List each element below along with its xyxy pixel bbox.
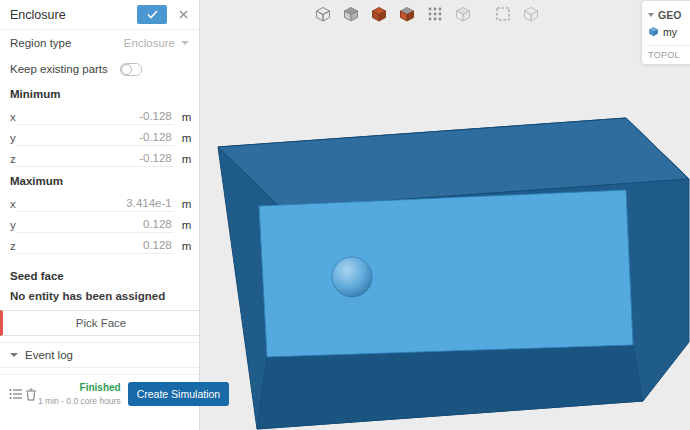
keep-existing-toggle[interactable]	[120, 63, 142, 76]
lattice-icon[interactable]	[424, 3, 446, 25]
region-type-value: Enclosure	[124, 37, 175, 49]
trash-icon	[25, 388, 37, 401]
tree-header-label: GEO	[658, 9, 681, 21]
box-select-icon[interactable]	[492, 3, 514, 25]
close-button[interactable]	[175, 7, 191, 23]
close-icon	[179, 10, 188, 19]
chevron-down-icon	[648, 13, 654, 17]
max-x-input[interactable]	[16, 195, 174, 212]
create-simulation-button[interactable]: Create Simulation	[128, 382, 229, 406]
list-icon	[9, 388, 23, 400]
enclosure-settings-panel: Enclosure Region type Enclosure Keep e	[0, 0, 200, 430]
toggle-knob	[121, 64, 132, 75]
box-shaded-icon[interactable]	[340, 3, 362, 25]
min-x-row: x m	[0, 106, 199, 127]
min-y-row: y m	[0, 127, 199, 148]
region-type-row: Region type Enclosure	[0, 30, 199, 56]
max-x-row: x m	[0, 193, 199, 214]
enclosure-box-floor[interactable]	[257, 345, 643, 429]
chevron-down-icon	[181, 41, 189, 45]
minimum-section-header: Minimum	[0, 82, 199, 106]
box-ghost-icon[interactable]	[520, 3, 542, 25]
chevron-down-icon	[10, 353, 18, 357]
seed-face-empty-text: No entity has been assigned	[0, 288, 199, 310]
run-status: Finished 1 min - 0.0 core hours	[38, 381, 121, 407]
page-title: Enclosure	[10, 8, 137, 22]
min-z-row: z m	[0, 148, 199, 169]
box-active-icon[interactable]	[368, 3, 390, 25]
seed-face-section-header: Seed face	[0, 264, 199, 288]
keep-existing-row: Keep existing parts	[0, 56, 199, 82]
status-meta: 1 min - 0.0 core hours	[38, 396, 121, 406]
tree-node-geometry[interactable]: GEO	[648, 6, 690, 23]
tree-item-label: my	[663, 26, 677, 38]
max-z-unit: m	[182, 240, 192, 252]
box-outline-icon[interactable]	[312, 3, 334, 25]
cube-icon	[648, 26, 659, 37]
maximum-section-header: Maximum	[0, 169, 199, 193]
status-badge: Finished	[80, 382, 121, 393]
application-window: Enclosure Region type Enclosure Keep e	[0, 0, 690, 430]
max-z-input[interactable]	[16, 237, 174, 254]
max-y-row: y m	[0, 214, 199, 235]
min-z-input[interactable]	[16, 150, 174, 167]
box-faint-icon[interactable]	[452, 3, 474, 25]
max-x-unit: m	[182, 198, 192, 210]
panel-header: Enclosure	[0, 0, 199, 30]
min-z-unit: m	[182, 153, 192, 165]
region-type-select[interactable]: Enclosure	[124, 37, 189, 49]
geometry-tree-panel: GEO my TOPOL	[641, 0, 690, 65]
seed-sphere[interactable]	[332, 257, 372, 297]
viewport-toolbar	[200, 3, 654, 25]
region-type-label: Region type	[10, 37, 71, 49]
min-y-unit: m	[182, 132, 192, 144]
max-y-unit: m	[182, 219, 192, 231]
event-list-button[interactable]	[8, 383, 24, 405]
enclosure-box-front-panel[interactable]	[259, 190, 633, 357]
max-y-input[interactable]	[16, 216, 174, 233]
keep-existing-label: Keep existing parts	[10, 63, 108, 75]
event-log-header[interactable]: Event log	[0, 342, 199, 368]
tree-section-label: TOPOL	[648, 50, 690, 60]
min-y-input[interactable]	[16, 129, 174, 146]
event-log-label: Event log	[25, 349, 73, 361]
divider	[648, 45, 690, 46]
min-x-input[interactable]	[16, 108, 174, 125]
check-icon	[147, 10, 158, 19]
pick-face-button[interactable]: Pick Face	[0, 310, 199, 336]
min-x-unit: m	[182, 111, 192, 123]
delete-button[interactable]	[24, 383, 38, 405]
max-z-row: z m	[0, 235, 199, 256]
panel-footer: Finished 1 min - 0.0 core hours Create S…	[0, 374, 199, 407]
tree-item-geometry[interactable]: my	[648, 23, 690, 40]
confirm-button[interactable]	[137, 5, 167, 24]
box-mixed-icon[interactable]	[396, 3, 418, 25]
